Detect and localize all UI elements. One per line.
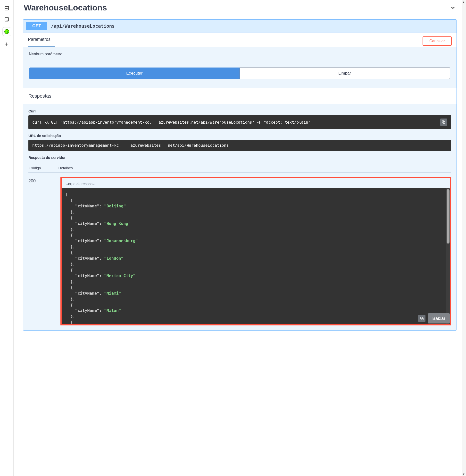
main-content: WarehouseLocations GET /api/WarehouseLoc… xyxy=(14,0,466,476)
download-button[interactable]: Baixar xyxy=(428,313,450,323)
response-actions: Baixar xyxy=(418,313,450,323)
col-details: Detalhes xyxy=(58,166,73,170)
curl-command-box: curl -X GET "https://apiapp-inventoryman… xyxy=(28,115,451,129)
http-method-badge: GET xyxy=(26,22,47,30)
endpoint-path: /api/WarehouseLocations xyxy=(51,23,115,29)
responses-heading: Respostas xyxy=(23,88,456,104)
parameters-section: Parâmetros Cancelar xyxy=(23,33,456,47)
action-buttons: Executar Limpar xyxy=(23,59,456,88)
scrollbar-thumb[interactable] xyxy=(447,189,450,244)
image-icon[interactable] xyxy=(3,5,10,12)
operation-block: GET /api/WarehouseLocations Parâmetros C… xyxy=(23,19,457,331)
section-header[interactable]: WarehouseLocations xyxy=(23,0,457,17)
no-parameters-text: Nenhum parâmetro xyxy=(23,47,456,59)
page-scrollbar[interactable]: ▲ ▼ xyxy=(462,0,466,476)
api-icon[interactable]: { } xyxy=(2,27,11,36)
response-row: 200 Corpo da resposta [ { "cityName": "B… xyxy=(28,173,451,325)
page-title: WarehouseLocations xyxy=(24,3,107,12)
response-body-json[interactable]: [ { "cityName": "Beijing" }, { "cityName… xyxy=(62,188,450,324)
clear-button[interactable]: Limpar xyxy=(240,68,451,79)
col-code: Código xyxy=(29,166,41,170)
response-body-label: Corpo da resposta xyxy=(62,178,450,188)
copy-response-icon[interactable] xyxy=(418,315,425,322)
curl-label: Curl xyxy=(28,109,451,113)
response-table-header: Código Detalhes xyxy=(28,162,451,173)
form-icon[interactable] xyxy=(3,16,10,23)
execute-button[interactable]: Executar xyxy=(29,68,240,79)
request-url-text: https://apiapp-inventorymanagement-kc. a… xyxy=(32,143,229,148)
scroll-up-icon[interactable]: ▲ xyxy=(462,0,465,3)
add-icon[interactable]: + xyxy=(5,40,9,48)
curl-command-text: curl -X GET "https://apiapp-inventoryman… xyxy=(32,120,310,125)
copy-icon[interactable] xyxy=(440,119,447,126)
response-area: Curl curl -X GET "https://apiapp-invento… xyxy=(23,104,456,330)
highlighted-response: Corpo da resposta [ { "cityName": "Beiji… xyxy=(60,177,451,325)
scrollbar[interactable] xyxy=(446,188,450,324)
cancel-button[interactable]: Cancelar xyxy=(422,36,452,46)
request-url-label: URL de solicitação xyxy=(28,134,451,138)
parameters-tab[interactable]: Parâmetros xyxy=(28,37,50,45)
operation-header[interactable]: GET /api/WarehouseLocations xyxy=(23,20,456,33)
request-url-box: https://apiapp-inventorymanagement-kc. a… xyxy=(28,140,451,151)
scroll-down-icon[interactable]: ▼ xyxy=(462,473,465,476)
svg-rect-1 xyxy=(5,18,9,21)
server-response-label: Resposta do servidor xyxy=(28,155,451,160)
status-code: 200 xyxy=(28,177,43,184)
response-details: Corpo da resposta [ { "cityName": "Beiji… xyxy=(60,177,451,325)
icon-rail: { } + xyxy=(0,0,14,476)
chevron-down-icon[interactable] xyxy=(450,5,456,11)
